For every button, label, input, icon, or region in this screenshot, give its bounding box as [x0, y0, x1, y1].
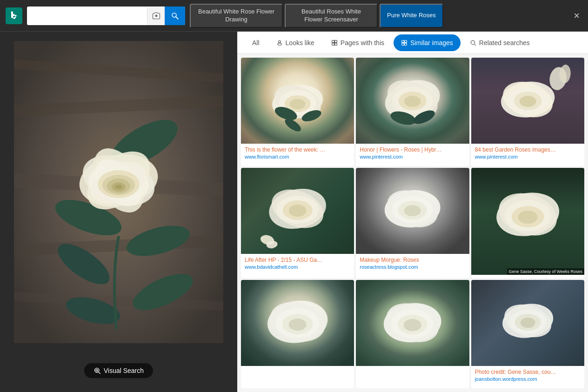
svg-point-28	[96, 369, 98, 371]
svg-rect-38	[405, 43, 407, 45]
main-content: Visual Search All Looks like Pages with …	[0, 32, 588, 392]
credit-text-6: Gene Sasse, Courtesy of Weeks Roses	[507, 268, 584, 275]
main-image	[14, 41, 223, 343]
svg-point-60	[519, 96, 536, 107]
grid-item-9-url: joansbolton.wordpress.com	[475, 376, 581, 382]
svg-rect-36	[405, 40, 407, 42]
svg-point-53	[404, 96, 421, 107]
tab-looks-like-label: Looks like	[286, 39, 314, 47]
grid-item-1[interactable]: This is the flower of the week: … www.fl…	[241, 58, 354, 166]
svg-rect-32	[334, 40, 337, 42]
grid-item-4-title: Life After HP - 2/15 - ASU Ga…	[245, 257, 350, 263]
grid-item-2-title: Honor | Flowers - Roses | Hybr…	[360, 146, 465, 153]
tab-pages-with-label: Pages with this	[341, 39, 384, 47]
grid-item-8[interactable]	[356, 280, 469, 388]
tab-all[interactable]: All	[245, 34, 267, 51]
grid-item-5[interactable]: Makeup Morgue: Roses roseactress.blogspo…	[356, 168, 469, 278]
search-bar	[27, 7, 185, 25]
grid-item-5-url: roseactress.blogspot.com	[360, 264, 465, 270]
tab-looks-like[interactable]: Looks like	[269, 34, 322, 51]
svg-line-27	[99, 372, 100, 374]
svg-rect-34	[334, 43, 337, 45]
left-panel: Visual Search	[0, 32, 237, 392]
svg-point-67	[289, 205, 307, 217]
right-panel: All Looks like Pages with this Similar i…	[237, 32, 588, 392]
visual-search-label: Visual Search	[104, 367, 144, 374]
search-input[interactable]	[27, 7, 147, 25]
tab-similar-images-label: Similar images	[410, 39, 453, 47]
svg-point-26	[95, 368, 99, 372]
camera-button[interactable]	[147, 7, 165, 25]
grid-item-4-info: Life After HP - 2/15 - ASU Ga… www.bdavi…	[241, 254, 354, 273]
tab-related-searches-label: Related searches	[479, 39, 530, 47]
visual-search-button[interactable]: Visual Search	[84, 363, 153, 378]
svg-point-25	[115, 185, 122, 189]
tab-similar-images[interactable]: Similar images	[394, 34, 461, 51]
grid-item-3[interactable]: 84 best Garden Roses images… www.pintere…	[471, 58, 584, 166]
grid-item-4[interactable]: Life After HP - 2/15 - ASU Ga… www.bdavi…	[241, 168, 354, 278]
header: Beautiful White Rose Flower Drawing Beau…	[0, 0, 588, 32]
grid-item-2-url: www.pinterest.com	[360, 154, 465, 159]
grid-item-3-title: 84 best Garden Roses images…	[475, 146, 581, 153]
tab-pages-with[interactable]: Pages with this	[324, 34, 392, 51]
grid-item-3-info: 84 best Garden Roses images… www.pintere…	[471, 144, 584, 163]
grid-item-5-title: Makeup Morgue: Roses	[360, 257, 465, 263]
grid-item-2-info: Honor | Flowers - Roses | Hybr… www.pint…	[356, 144, 469, 163]
svg-point-79	[518, 211, 537, 224]
grid-item-1-info: This is the flower of the week: … www.fl…	[241, 144, 354, 163]
suggestion-tabs: Beautiful White Rose Flower Drawing Beau…	[190, 4, 566, 28]
filter-tabs: All Looks like Pages with this Similar i…	[237, 32, 588, 54]
svg-point-29	[278, 40, 281, 43]
tab-related-searches[interactable]: Related searches	[462, 34, 537, 51]
grid-item-9[interactable]: Photo credit: Gene Sasse, cou… joansbolt…	[471, 280, 584, 388]
grid-item-3-url: www.pinterest.com	[475, 154, 581, 159]
grid-item-6[interactable]: Gene Sasse, Courtesy of Weeks Roses	[471, 168, 584, 278]
svg-rect-35	[402, 40, 404, 42]
svg-point-74	[404, 205, 421, 216]
suggestion-tab-3[interactable]: Pure White Roses	[380, 4, 443, 28]
svg-rect-31	[332, 40, 334, 42]
suggestion-tab-2[interactable]: Beautiful Roses White Flower Screensaver	[285, 4, 378, 28]
svg-point-89	[404, 319, 421, 331]
image-grid: This is the flower of the week: … www.fl…	[237, 54, 588, 392]
svg-point-84	[289, 319, 307, 331]
bing-logo	[6, 7, 22, 24]
svg-point-39	[471, 40, 474, 44]
svg-point-94	[520, 318, 535, 328]
grid-item-1-url: www.florismart.com	[245, 154, 350, 159]
suggestion-tab-1[interactable]: Beautiful White Rose Flower Drawing	[190, 4, 283, 28]
svg-point-45	[290, 99, 306, 109]
search-button[interactable]	[165, 7, 185, 25]
svg-point-30	[277, 43, 281, 45]
svg-line-1	[176, 16, 178, 19]
grid-item-9-info: Photo credit: Gene Sasse, cou… joansbolt…	[471, 366, 584, 385]
grid-item-2[interactable]: Honor | Flowers - Roses | Hybr… www.pint…	[356, 58, 469, 166]
grid-item-9-title: Photo credit: Gene Sasse, cou…	[475, 369, 581, 375]
grid-item-1-title: This is the flower of the week: …	[245, 146, 350, 153]
svg-line-40	[474, 44, 475, 45]
close-button[interactable]: ×	[571, 7, 582, 25]
grid-item-7[interactable]	[241, 280, 354, 388]
grid-item-5-info: Makeup Morgue: Roses roseactress.blogspo…	[356, 254, 469, 273]
svg-rect-37	[402, 43, 404, 45]
svg-rect-33	[332, 43, 334, 45]
grid-item-4-url: www.bdavidcathell.com	[245, 264, 350, 270]
